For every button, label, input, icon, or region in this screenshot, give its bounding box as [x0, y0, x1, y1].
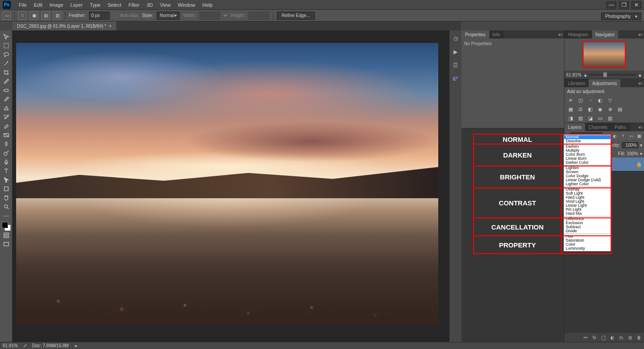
close-tab-icon[interactable]: × [109, 24, 112, 29]
opacity-input[interactable]: 100% [622, 142, 638, 148]
adj-balance-icon[interactable]: ⚖ [577, 106, 584, 112]
panel-menu-icon[interactable]: ▾≡ [637, 30, 644, 38]
menu-window[interactable]: Window [174, 2, 199, 8]
status-expand-icon[interactable]: ⤢ [23, 343, 27, 348]
tab-properties[interactable]: Properties [462, 30, 489, 38]
adj-invert-icon[interactable]: ◨ [567, 115, 574, 121]
adj-hue-icon[interactable]: ▦ [567, 106, 574, 112]
adj-levels-icon[interactable]: ◫ [577, 97, 584, 103]
fill-input[interactable]: 100% [627, 151, 638, 156]
type-tool-icon[interactable] [1, 166, 12, 175]
adj-vibrance-icon[interactable]: ▽ [606, 97, 614, 103]
tab-navigator[interactable]: Navigator [592, 30, 619, 38]
eraser-tool-icon[interactable] [1, 122, 12, 131]
subtract-selection-icon[interactable]: ▤ [42, 12, 50, 20]
intersect-selection-icon[interactable]: ▥ [53, 12, 61, 20]
tab-histogram[interactable]: Histogram [564, 30, 592, 38]
delete-layer-icon[interactable]: 🗑 [636, 334, 642, 340]
hand-tool-icon[interactable] [1, 193, 12, 202]
adj-colorlookup-icon[interactable]: ▤ [616, 106, 623, 112]
tab-paths[interactable]: Paths [611, 123, 630, 131]
healing-brush-tool-icon[interactable] [1, 86, 12, 95]
filter-smart-icon[interactable]: ▦ [636, 133, 642, 139]
history-brush-tool-icon[interactable] [1, 113, 12, 122]
adj-gradientmap-icon[interactable]: ▭ [597, 115, 604, 121]
antialias-checkbox[interactable]: Anti-alias [113, 13, 138, 18]
eyedropper-tool-icon[interactable] [1, 77, 12, 86]
filter-adjust-icon[interactable]: ◐ [612, 133, 618, 139]
height-input[interactable] [249, 12, 269, 20]
new-selection-icon[interactable]: □ [18, 12, 26, 20]
layer-mask-icon[interactable]: ◯ [600, 334, 606, 340]
workspace-select[interactable]: Photography▾ [601, 13, 641, 20]
adj-photofilter-icon[interactable]: ◉ [597, 106, 604, 112]
pen-tool-icon[interactable] [1, 157, 12, 166]
new-group-icon[interactable]: 🗀 [618, 334, 624, 340]
menu-layer[interactable]: Layer [67, 2, 86, 8]
adj-posterize-icon[interactable]: ▨ [577, 115, 584, 121]
adj-threshold-icon[interactable]: ◪ [587, 115, 594, 121]
active-tool-icon[interactable]: ▭ [3, 12, 11, 20]
maximize-button[interactable]: ❐ [619, 1, 629, 9]
document-tab[interactable]: DSC_2893.jpg @ 61.8% (Layer 1, RGB/8#) *… [13, 21, 116, 30]
filter-shape-icon[interactable]: ▭ [628, 133, 634, 139]
panel-menu-icon[interactable]: ▾≡ [637, 123, 644, 131]
shape-tool-icon[interactable] [1, 184, 12, 193]
gradient-tool-icon[interactable] [1, 131, 12, 140]
tab-layers[interactable]: Layers [564, 123, 585, 131]
link-layers-icon[interactable]: ⚯ [582, 334, 589, 340]
panel-icon-extension[interactable]: Eᴾ [451, 74, 460, 83]
panel-icon-history[interactable]: ◷ [451, 34, 460, 43]
menu-type[interactable]: Type [86, 2, 104, 8]
adj-brightness-icon[interactable]: ☀ [567, 97, 574, 103]
document-canvas[interactable] [16, 43, 438, 325]
panel-icon-actions[interactable]: ▶ [451, 47, 460, 56]
status-zoom[interactable]: 61.81% [3, 343, 18, 348]
marquee-tool-icon[interactable] [1, 41, 12, 50]
crop-tool-icon[interactable] [1, 68, 12, 77]
dodge-tool-icon[interactable] [1, 149, 12, 157]
navigator-zoom-value[interactable]: 61.81% [566, 72, 581, 77]
zoom-in-icon[interactable]: ▲ [638, 72, 642, 77]
navigator-thumbnail[interactable] [583, 41, 626, 68]
clone-stamp-tool-icon[interactable] [1, 104, 12, 113]
width-input[interactable] [199, 12, 220, 20]
tab-libraries[interactable]: Libraries [564, 79, 589, 87]
style-select[interactable]: Normal▾ [157, 12, 179, 20]
layer-fx-icon[interactable]: fx [591, 334, 597, 340]
feather-input[interactable]: 0 px [89, 12, 110, 20]
navigator-zoom-slider[interactable] [589, 74, 636, 76]
quickmask-icon[interactable] [1, 231, 12, 240]
panel-menu-icon[interactable]: ▾≡ [637, 79, 644, 87]
menu-image[interactable]: Image [46, 2, 67, 8]
zoom-out-icon[interactable]: ▲ [583, 72, 588, 77]
lasso-tool-icon[interactable] [1, 50, 12, 59]
edit-toolbar-icon[interactable]: ⋯ [1, 211, 12, 220]
menu-3d[interactable]: 3D [143, 2, 157, 8]
zoom-tool-icon[interactable] [1, 202, 12, 211]
add-selection-icon[interactable]: ▣ [30, 12, 38, 20]
adj-bw-icon[interactable]: ◧ [587, 106, 594, 112]
adj-exposure-icon[interactable]: ◐ [597, 97, 604, 103]
filter-type-icon[interactable]: T [620, 133, 626, 139]
adj-curves-icon[interactable]: ⟋ [587, 97, 594, 103]
menu-file[interactable]: File [15, 2, 30, 8]
path-select-tool-icon[interactable] [1, 175, 12, 184]
magic-wand-tool-icon[interactable] [1, 59, 12, 68]
menu-help[interactable]: Help [199, 2, 216, 8]
panel-menu-icon[interactable]: ▾≡ [557, 30, 564, 38]
panel-icon-layer-comps[interactable]: ☲ [451, 61, 460, 70]
canvas-area[interactable] [13, 30, 449, 342]
new-adjustment-icon[interactable]: ◐ [609, 334, 615, 340]
move-tool-icon[interactable] [1, 32, 12, 41]
refine-edge-button[interactable]: Refine Edge... [277, 12, 315, 20]
blur-tool-icon[interactable] [1, 140, 12, 149]
new-layer-icon[interactable]: ⊞ [627, 334, 633, 340]
screenmode-icon[interactable] [1, 240, 12, 249]
tab-channels[interactable]: Channels [585, 123, 611, 131]
close-button[interactable]: ✕ [631, 1, 641, 9]
color-swatch[interactable] [2, 222, 11, 231]
menu-select[interactable]: Select [104, 2, 125, 8]
swap-wh-icon[interactable]: ⇄ [224, 13, 227, 18]
menu-edit[interactable]: Edit [30, 2, 46, 8]
